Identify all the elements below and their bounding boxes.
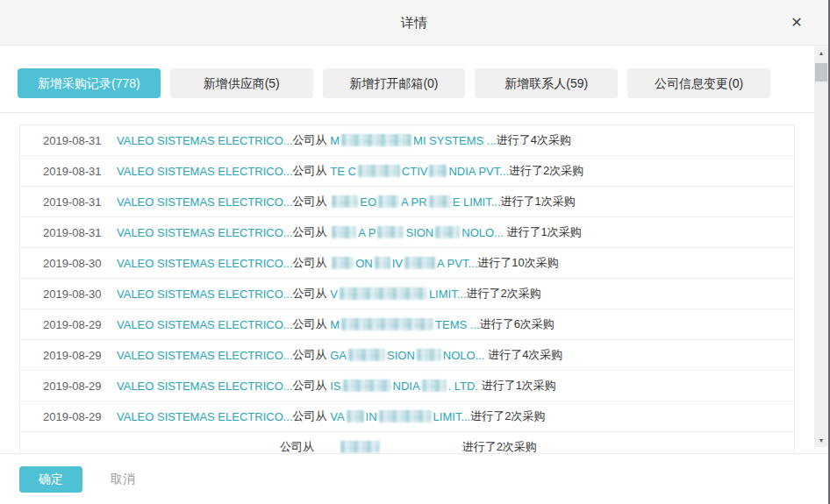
- scrollbar[interactable]: ▲ ▼: [814, 46, 828, 447]
- purchase-count-text: 进行了2次采购: [509, 163, 583, 179]
- supplier-fragment[interactable]: TEMS ...: [435, 318, 480, 331]
- tab-1[interactable]: 新增采购记录(778): [18, 68, 161, 98]
- from-label: 公司从: [293, 347, 331, 363]
- purchase-count-text: 进行了2次采购: [470, 408, 545, 424]
- blurred-supplier-name: [375, 257, 390, 269]
- blurred-supplier-name: [343, 380, 391, 392]
- supplier-fragment[interactable]: NDIA PVT...: [448, 165, 509, 178]
- supplier-fragment[interactable]: SION: [405, 226, 433, 239]
- close-icon[interactable]: ✕: [787, 13, 806, 32]
- table-row: 2019-08-29VALEO SISTEMAS ELECTRICO...公司从…: [20, 309, 794, 340]
- purchase-count-text: 进行了4次采购: [488, 347, 562, 363]
- supplier-fragment[interactable]: LIMIT...: [429, 287, 467, 301]
- supplier-fragment[interactable]: . LTD.: [448, 380, 478, 393]
- record-date: 2019-08-30: [20, 287, 117, 301]
- table-row: 2019-08-29VALEO SISTEMAS ELECTRICO...公司从…: [20, 340, 794, 371]
- blurred-supplier-name: [341, 134, 411, 146]
- record-text: 公司从 进行了2次采购: [117, 439, 537, 453]
- blurred-supplier-name: [379, 410, 432, 422]
- purchase-count-text: 进行了6次采购: [480, 316, 555, 332]
- table-row: 2019-08-29VALEO SISTEMAS ELECTRICO...公司从…: [20, 371, 794, 401]
- from-label: 公司从: [293, 224, 331, 240]
- confirm-button[interactable]: 确定: [19, 466, 82, 493]
- dialog-title: 详情: [0, 0, 828, 46]
- dialog-header: 详情 ✕: [0, 0, 828, 46]
- supplier-fragment[interactable]: E LIMIT...: [453, 195, 501, 209]
- purchase-count-text: 进行了10次采购: [477, 255, 558, 271]
- company-link[interactable]: VALEO SISTEMAS ELECTRICO...: [117, 165, 293, 178]
- tab-4[interactable]: 新增联系人(59): [475, 68, 618, 98]
- company-link[interactable]: VALEO SISTEMAS ELECTRICO...: [117, 226, 293, 239]
- from-label: 公司从: [280, 439, 318, 453]
- supplier-fragment[interactable]: SION: [387, 349, 415, 362]
- supplier-fragment[interactable]: A P: [358, 226, 376, 239]
- from-label: 公司从: [293, 286, 331, 302]
- company-link[interactable]: VALEO SISTEMAS ELECTRICO...: [117, 380, 293, 393]
- purchase-count-text: 进行了1次采购: [507, 224, 582, 240]
- supplier-fragment[interactable]: V: [330, 287, 338, 301]
- supplier-fragment[interactable]: IS: [330, 380, 340, 393]
- cancel-button[interactable]: 取消: [111, 472, 135, 487]
- spacer: [117, 447, 280, 448]
- company-link[interactable]: VALEO SISTEMAS ELECTRICO...: [117, 134, 293, 147]
- record-text: VALEO SISTEMAS ELECTRICO...公司从 MTEMS ...…: [117, 316, 555, 332]
- tab-3[interactable]: 新增打开邮箱(0): [323, 68, 466, 98]
- supplier-fragment[interactable]: CTIV: [402, 165, 428, 178]
- table-row: 2019-08-31VALEO SISTEMAS ELECTRICO...公司从…: [20, 125, 794, 156]
- from-label: 公司从: [293, 163, 331, 179]
- supplier-fragment[interactable]: A PR: [401, 195, 427, 209]
- blurred-supplier-name: [332, 226, 356, 238]
- supplier-fragment[interactable]: NOLO...: [443, 349, 485, 362]
- supplier-fragment[interactable]: NDIA: [393, 380, 420, 393]
- scrollbar-thumb[interactable]: [815, 63, 827, 82]
- supplier-fragment[interactable]: IV: [392, 257, 403, 270]
- record-date: 2019-08-29: [20, 380, 117, 393]
- from-label: 公司从: [293, 316, 331, 332]
- company-link[interactable]: VALEO SISTEMAS ELECTRICO...: [117, 349, 293, 362]
- company-link[interactable]: VALEO SISTEMAS ELECTRICO...: [117, 410, 293, 423]
- record-text: VALEO SISTEMAS ELECTRICO...公司从 A PSIONNO…: [117, 224, 582, 240]
- supplier-fragment[interactable]: NOLO...: [462, 226, 504, 239]
- table-row: 2019-08-30VALEO SISTEMAS ELECTRICO...公司从…: [20, 248, 794, 279]
- company-link[interactable]: VALEO SISTEMAS ELECTRICO...: [117, 195, 293, 209]
- blurred-supplier-name: [347, 410, 364, 422]
- supplier-fragment[interactable]: EO: [360, 195, 376, 209]
- supplier-fragment[interactable]: M: [330, 318, 340, 331]
- tab-2[interactable]: 新增供应商(5): [170, 68, 313, 98]
- blurred-supplier-name: [378, 195, 399, 208]
- supplier-fragment[interactable]: TE C: [330, 165, 356, 178]
- company-link[interactable]: VALEO SISTEMAS ELECTRICO...: [117, 287, 293, 301]
- supplier-fragment[interactable]: MI SYSTEMS ...: [413, 134, 497, 147]
- from-label: 公司从: [293, 194, 331, 209]
- blurred-supplier-name: [341, 318, 433, 330]
- record-date: 2019-08-31: [20, 226, 117, 239]
- record-list: 2019-08-31VALEO SISTEMAS ELECTRICO...公司从…: [19, 124, 795, 453]
- record-date: 2019-08-31: [20, 165, 117, 178]
- blurred-supplier-name: [358, 165, 400, 177]
- record-text: VALEO SISTEMAS ELECTRICO...公司从 GASIONNOL…: [117, 347, 562, 363]
- table-row: 2019-08-31VALEO SISTEMAS ELECTRICO...公司从…: [20, 187, 794, 217]
- record-text: VALEO SISTEMAS ELECTRICO...公司从 TE CCTIVN…: [117, 163, 583, 179]
- record-date: 2019-08-31: [20, 195, 117, 209]
- dialog-footer: 确定 取消: [0, 453, 828, 504]
- supplier-fragment[interactable]: M: [330, 134, 340, 147]
- supplier-fragment[interactable]: GA: [330, 349, 347, 362]
- scroll-down-icon[interactable]: ▼: [814, 434, 828, 447]
- company-link[interactable]: VALEO SISTEMAS ELECTRICO...: [117, 257, 293, 270]
- table-row: 2019-08-31VALEO SISTEMAS ELECTRICO...公司从…: [20, 156, 794, 187]
- blurred-supplier-name: [404, 257, 435, 269]
- blurred-supplier-name: [429, 165, 447, 177]
- supplier-fragment[interactable]: A PVT...: [437, 257, 477, 270]
- blurred-supplier-name: [332, 257, 354, 269]
- supplier-fragment[interactable]: ON: [355, 257, 373, 270]
- company-link[interactable]: VALEO SISTEMAS ELECTRICO...: [117, 318, 293, 331]
- blurred-supplier-name: [340, 287, 427, 300]
- supplier-fragment[interactable]: LIMIT...: [433, 410, 471, 423]
- from-label: 公司从: [293, 132, 331, 148]
- supplier-fragment[interactable]: VA: [330, 410, 344, 423]
- tab-5[interactable]: 公司信息变更(0): [627, 68, 770, 98]
- from-label: 公司从: [293, 378, 331, 394]
- supplier-fragment[interactable]: IN: [366, 410, 377, 423]
- scroll-up-icon[interactable]: ▲: [814, 46, 828, 60]
- record-text: VALEO SISTEMAS ELECTRICO...公司从 ISNDIA. L…: [117, 378, 556, 394]
